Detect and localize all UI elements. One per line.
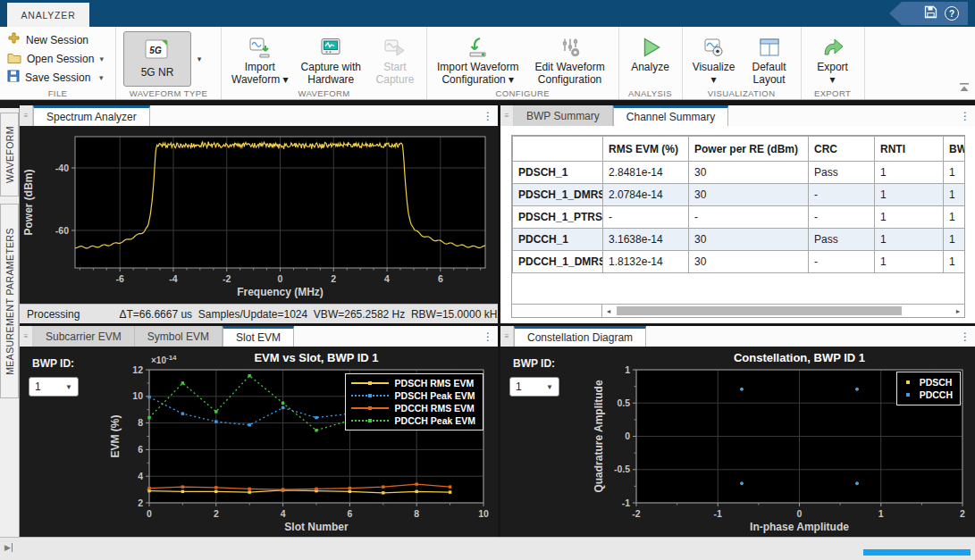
evm-bwp-id-dropdown[interactable]: 1 ▼ (29, 377, 79, 397)
constellation-bwp-id-dropdown[interactable]: 1 ▼ (509, 377, 559, 397)
save-icon[interactable] (924, 5, 937, 22)
table-row[interactable]: PDCCH_13.1638e-1430Pass11 (513, 229, 966, 251)
svg-text:0: 0 (278, 273, 283, 284)
toolbar-section-visualization: Visualize ▾ Default Layout VISUALIZATION (683, 27, 802, 99)
export-button[interactable]: Export ▾ (805, 30, 861, 86)
tabbar-filler (728, 105, 955, 126)
scroll-left-icon[interactable]: ◄ (602, 305, 615, 317)
visualize-button[interactable]: Visualize ▾ (686, 30, 742, 86)
help-icon[interactable]: ? (945, 6, 959, 21)
table-cell: PDSCH_1_DMRS (513, 184, 603, 206)
default-layout-button[interactable]: Default Layout (742, 30, 797, 86)
scrollbar-thumb[interactable] (617, 306, 902, 315)
sidebar-tab-waveform[interactable]: WAVEFORM (0, 113, 19, 196)
svg-text:2: 2 (960, 508, 965, 519)
svg-text:2: 2 (138, 497, 143, 508)
constellation-legend[interactable]: PDSCHPDCCH (896, 372, 961, 405)
expand-status-icon[interactable]: ▶ (4, 543, 13, 552)
svg-text:2: 2 (331, 273, 336, 284)
panel-menu-icon[interactable]: ⋮ (955, 105, 975, 126)
waveform-type-dropdown[interactable]: ▾ (191, 31, 207, 87)
table-cell: - (689, 206, 809, 229)
svg-text:8: 8 (414, 508, 419, 519)
analyze-button[interactable]: Analyze (623, 30, 678, 73)
scrollbar-corner (512, 305, 602, 317)
progress-bar (863, 549, 971, 556)
constellation-chart: PDSCHPDCCH -2-1012-1-0.500.51Constellati… (590, 347, 975, 537)
tab-constellation-diagram[interactable]: Constellation Diagram (514, 326, 646, 347)
waveform-type-5gnr-button[interactable]: 5G 5G NR (123, 31, 191, 87)
analyzer-ribbon-tab[interactable]: ANALYZER (7, 3, 89, 27)
table-cell: 30 (689, 229, 809, 251)
slot-evm-legend[interactable]: PDSCH RMS EVMPDSCH Peak EVMPDCCH RMS EVM… (345, 373, 483, 430)
svg-text:10: 10 (478, 508, 489, 519)
save-session-button[interactable]: Save Session ▾ (4, 68, 112, 87)
tab-symbol-evm-label: Symbol EVM (147, 330, 209, 343)
svg-text:0: 0 (797, 508, 803, 519)
tab-subcarrier-evm[interactable]: Subcarrier EVM (33, 326, 135, 347)
spectrum-status-state: Processing (27, 308, 80, 321)
panel-grip-icon[interactable]: ≡ (20, 105, 33, 126)
panel-grip-icon[interactable]: ≡ (20, 326, 33, 347)
section-label-file: FILE (0, 88, 115, 98)
import-waveform-configuration-button[interactable]: Import Waveform Configuration ▾ (431, 30, 525, 86)
section-label-waveform: WAVEFORM (222, 88, 426, 98)
table-cell: PDCCH_1_DMRS (513, 251, 603, 273)
dropdown-caret-icon[interactable]: ▾ (99, 54, 108, 63)
toolbar-section-waveform: Import Waveform ▾ Capture with Hardware … (222, 27, 427, 99)
sidebar-tab-measurement-parameters[interactable]: MEASUREMENT PARAMETERS (0, 204, 19, 398)
col-header-channel (513, 137, 603, 162)
floppy-icon (7, 70, 20, 86)
tab-channel-summary-label: Channel Summary (626, 111, 715, 123)
start-capture-label: Start Capture (376, 61, 415, 86)
svg-text:4: 4 (138, 471, 143, 481)
section-label-visualization: VISUALIZATION (683, 88, 801, 98)
panel-menu-icon[interactable]: ⋮ (478, 105, 498, 126)
scrollbar-track[interactable]: ◄ ► (602, 305, 964, 317)
panel-menu-icon[interactable]: ⋮ (955, 326, 975, 347)
table-cell: - (809, 251, 875, 273)
collapse-toolstrip-button[interactable] (959, 79, 970, 96)
tab-spectrum-analyzer[interactable]: Spectrum Analyzer (33, 105, 150, 126)
legend-row: PDCCH (904, 389, 953, 401)
legend-label: PDCCH (920, 389, 953, 400)
start-capture-icon (383, 34, 407, 61)
scroll-right-icon[interactable]: ► (952, 305, 964, 317)
constellation-panel: ≡ Constellation Diagram ⋮ BWP ID: 1 ▼ PD… (500, 326, 975, 537)
open-session-button[interactable]: Open Session ▾ (4, 49, 112, 68)
capture-with-hardware-button[interactable]: Capture with Hardware (295, 30, 367, 86)
spectrum-analyzer-panel: ≡ Spectrum Analyzer ⋮ -6-4-20246-40-60Fr… (20, 105, 498, 323)
svg-text:-40: -40 (55, 163, 69, 173)
svg-text:-60: -60 (55, 225, 69, 236)
wireless-waveform-analyzer-app: ANALYZER ? New Session Open Session ▾ Sa… (0, 0, 975, 560)
capture-with-hardware-label: Capture with Hardware (301, 61, 361, 86)
table-cell: 1 (944, 184, 966, 206)
svg-text:-6: -6 (116, 273, 124, 284)
constellation-bwp-id-label: BWP ID: (513, 357, 555, 370)
legend-row: PDSCH Peak EVM (351, 389, 475, 402)
svg-text:-4: -4 (169, 273, 177, 284)
svg-text:Slot Number: Slot Number (284, 521, 349, 533)
panel-grip-icon[interactable]: ≡ (500, 105, 514, 126)
panel-menu-icon[interactable]: ⋮ (478, 326, 498, 347)
tab-symbol-evm[interactable]: Symbol EVM (135, 326, 223, 347)
import-waveform-button[interactable]: Import Waveform ▾ (225, 30, 295, 86)
edit-waveform-configuration-button[interactable]: Edit Waveform Configuration (525, 30, 615, 86)
table-row[interactable]: PDSCH_1_PTRS---11 (513, 206, 966, 229)
svg-text:12: 12 (132, 364, 143, 375)
legend-row: PDCCH Peak EVM (351, 414, 475, 427)
tab-channel-summary[interactable]: Channel Summary (613, 105, 728, 126)
slot-evm-chart: PDSCH RMS EVMPDSCH Peak EVMPDCCH RMS EVM… (106, 347, 498, 537)
dropdown-caret-icon[interactable]: ▾ (99, 73, 108, 82)
panel-grip-icon[interactable]: ≡ (500, 326, 514, 347)
new-session-button[interactable]: New Session (4, 30, 112, 49)
tab-bwp-summary[interactable]: BWP Summary (514, 105, 613, 126)
new-session-icon (7, 31, 21, 48)
tab-slot-evm[interactable]: Slot EVM (223, 326, 294, 347)
svg-text:6: 6 (438, 273, 443, 284)
tab-bwp-summary-label: BWP Summary (526, 110, 600, 122)
table-row[interactable]: PDCCH_1_DMRS1.8132e-1430-11 (513, 251, 966, 273)
table-row[interactable]: PDSCH_1_DMRS2.0784e-1430-11 (513, 184, 966, 206)
analyze-label: Analyze (631, 61, 669, 73)
table-row[interactable]: PDSCH_12.8481e-1430Pass11 (513, 162, 966, 184)
